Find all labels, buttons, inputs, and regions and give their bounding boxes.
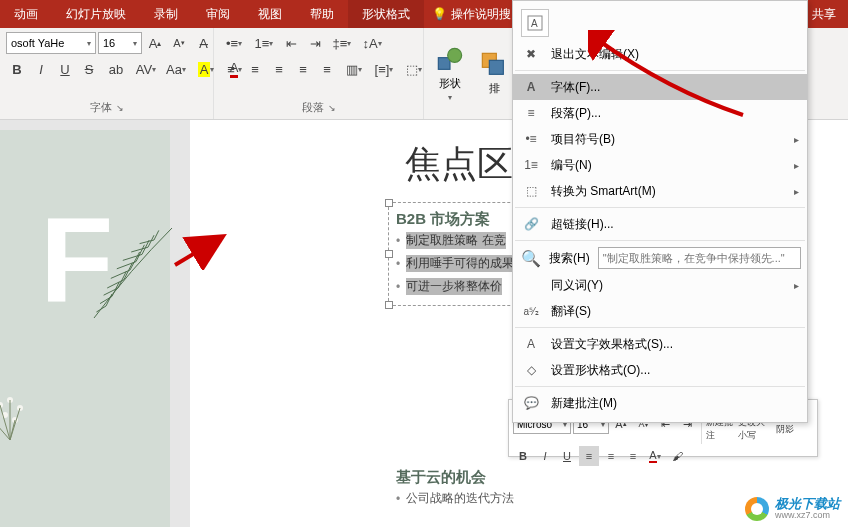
dialog-launcher-icon[interactable]: ↘ xyxy=(328,103,336,113)
align-right-button[interactable]: ≡ xyxy=(268,58,290,80)
menu-label: 新建批注(M) xyxy=(551,395,799,412)
arrange-label: 排 xyxy=(489,81,500,96)
submenu-arrow-icon: ▸ xyxy=(794,160,799,171)
font-size-select[interactable]: 16▾ xyxy=(98,32,142,54)
change-case-button[interactable]: Aa▾ xyxy=(162,58,190,80)
align-center-button[interactable]: ≡ xyxy=(244,58,266,80)
section-2[interactable]: 基于云的机会 公司战略的迭代方法 xyxy=(396,468,514,510)
menu-label: 项目符号(B) xyxy=(551,131,784,148)
tab-view[interactable]: 视图 xyxy=(244,0,296,28)
increase-font-icon[interactable]: A▴ xyxy=(144,32,166,54)
submenu-arrow-icon: ▸ xyxy=(794,134,799,145)
mini-underline[interactable]: U xyxy=(557,446,577,466)
exit-icon: ✖ xyxy=(521,44,541,64)
menu-paragraph[interactable]: ≡ 段落(P)... xyxy=(513,100,807,126)
align-text-button[interactable]: [≡]▾ xyxy=(370,58,398,80)
menu-label: 设置形状格式(O)... xyxy=(551,362,799,379)
distribute-button[interactable]: ≡ xyxy=(316,58,338,80)
menu-bullets[interactable]: •≡ 项目符号(B) ▸ xyxy=(513,126,807,152)
tab-review[interactable]: 审阅 xyxy=(192,0,244,28)
resize-handle[interactable] xyxy=(385,301,393,309)
drawing-group: 形状▾ 排 xyxy=(424,28,521,119)
menu-label: 超链接(H)... xyxy=(551,216,799,233)
tell-me[interactable]: 💡 操作说明搜 xyxy=(424,6,519,23)
menu-synonyms[interactable]: 同义词(Y) ▸ xyxy=(513,272,807,298)
mini-align3[interactable]: ≡ xyxy=(623,446,643,466)
menu-new-comment[interactable]: 💬 新建批注(M) xyxy=(513,390,807,416)
mini-italic[interactable]: I xyxy=(535,446,555,466)
decrease-font-icon[interactable]: A▾ xyxy=(168,32,190,54)
search-label: 搜索(H) xyxy=(549,250,590,267)
menu-translate[interactable]: a⁵⁄₂ 翻译(S) xyxy=(513,298,807,324)
arrange-button[interactable]: 排 xyxy=(474,41,514,107)
search-input[interactable] xyxy=(598,247,801,269)
tell-me-label: 操作说明搜 xyxy=(451,6,511,23)
shapes-button[interactable]: 形状▾ xyxy=(430,41,470,107)
section-title-2: 基于云的机会 xyxy=(396,468,514,487)
menu-convert-smartart[interactable]: ⬚ 转换为 SmartArt(M) ▸ xyxy=(513,178,807,204)
hyperlink-icon: 🔗 xyxy=(521,214,541,234)
bold-button[interactable]: B xyxy=(6,58,28,80)
line-spacing-button[interactable]: ‡≡▾ xyxy=(328,32,356,54)
text-direction-button[interactable]: ↕A▾ xyxy=(358,32,386,54)
watermark: 极光下载站 www.xz7.com xyxy=(745,497,840,521)
strike-button[interactable]: S xyxy=(78,58,100,80)
bullet-item[interactable]: 公司战略的迭代方法 xyxy=(396,487,514,510)
mini-bold[interactable]: B xyxy=(513,446,533,466)
resize-handle[interactable] xyxy=(385,199,393,207)
translate-icon: a⁵⁄₂ xyxy=(521,301,541,321)
text-effects-icon: A xyxy=(521,334,541,354)
paragraph-icon: ≡ xyxy=(521,103,541,123)
font-icon: A xyxy=(521,77,541,97)
paragraph-group: •≡▾ 1≡▾ ⇤ ⇥ ‡≡▾ ↕A▾ ≡ ≡ ≡ ≡ ≡ ▥▾ [≡]▾ ⬚▾… xyxy=(214,28,424,119)
numbering-icon: 1≡ xyxy=(521,155,541,175)
menu-text-effects[interactable]: A 设置文字效果格式(S)... xyxy=(513,331,807,357)
resize-handle[interactable] xyxy=(385,250,393,258)
slide-title[interactable]: 焦点区 xyxy=(405,140,513,189)
flower-graphic xyxy=(0,390,45,450)
font-group: osoft YaHe▾ 16▾ A▴ A▾ A̶ B I U S ab AV▾ … xyxy=(0,28,214,119)
tab-slideshow[interactable]: 幻灯片放映 xyxy=(52,0,140,28)
menu-hyperlink[interactable]: 🔗 超链接(H)... xyxy=(513,211,807,237)
shadow-button[interactable]: ab xyxy=(102,58,130,80)
underline-button[interactable]: U xyxy=(54,58,76,80)
font-name-select[interactable]: osoft YaHe▾ xyxy=(6,32,96,54)
blank-icon xyxy=(521,275,541,295)
paste-option-textbox[interactable]: A xyxy=(521,9,549,37)
submenu-arrow-icon: ▸ xyxy=(794,280,799,291)
menu-shape-format[interactable]: ◇ 设置形状格式(O)... xyxy=(513,357,807,383)
search-icon: 🔍 xyxy=(521,248,541,268)
italic-button[interactable]: I xyxy=(30,58,52,80)
bullets-button[interactable]: •≡▾ xyxy=(220,32,248,54)
align-left-button[interactable]: ≡ xyxy=(220,58,242,80)
context-menu: A ✖ 退出文本编辑(X) A 字体(F)... ≡ 段落(P)... •≡ 项… xyxy=(512,0,808,423)
tab-record[interactable]: 录制 xyxy=(140,0,192,28)
menu-search: 🔍 搜索(H) xyxy=(513,244,807,272)
mini-font-color[interactable]: A▾ xyxy=(645,446,665,466)
char-spacing-button[interactable]: AV▾ xyxy=(132,58,160,80)
svg-text:A: A xyxy=(531,18,538,29)
dialog-launcher-icon[interactable]: ↘ xyxy=(116,103,124,113)
justify-button[interactable]: ≡ xyxy=(292,58,314,80)
shape-format-icon: ◇ xyxy=(521,360,541,380)
menu-label: 设置文字效果格式(S)... xyxy=(551,336,799,353)
menu-exit-text-edit[interactable]: ✖ 退出文本编辑(X) xyxy=(513,41,807,67)
fern-graphic xyxy=(70,210,190,330)
menu-numbering[interactable]: 1≡ 编号(N) ▸ xyxy=(513,152,807,178)
clear-format-icon[interactable]: A̶ xyxy=(192,32,214,54)
menu-label: 同义词(Y) xyxy=(551,277,784,294)
watermark-logo-icon xyxy=(745,497,769,521)
decrease-indent-button[interactable]: ⇤ xyxy=(280,32,302,54)
numbering-button[interactable]: 1≡▾ xyxy=(250,32,278,54)
mini-format-painter[interactable]: 🖌 xyxy=(667,446,687,466)
menu-label: 翻译(S) xyxy=(551,303,799,320)
menu-font[interactable]: A 字体(F)... xyxy=(513,74,807,100)
mini-align[interactable]: ≡ xyxy=(579,446,599,466)
tab-animation[interactable]: 动画 xyxy=(0,0,52,28)
increase-indent-button[interactable]: ⇥ xyxy=(304,32,326,54)
bullets-icon: •≡ xyxy=(521,129,541,149)
columns-button[interactable]: ▥▾ xyxy=(340,58,368,80)
tab-shape-format[interactable]: 形状格式 xyxy=(348,0,424,28)
mini-align2[interactable]: ≡ xyxy=(601,446,621,466)
tab-help[interactable]: 帮助 xyxy=(296,0,348,28)
